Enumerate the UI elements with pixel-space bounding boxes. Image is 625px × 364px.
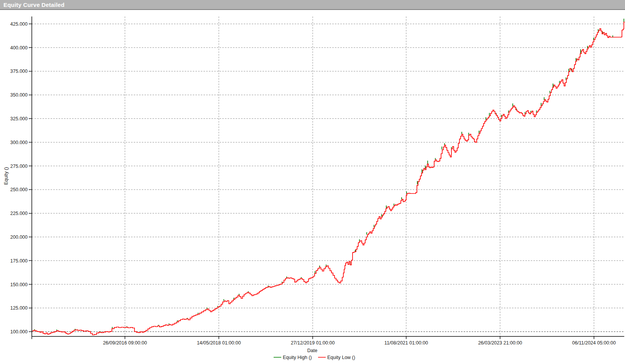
- y-axis-title: Equity (): [3, 167, 9, 185]
- y-tick-label: 325.000: [10, 116, 28, 121]
- y-tick-label: 275.000: [10, 164, 28, 169]
- x-tick-label: 26/09/2016 09:00:00: [103, 340, 147, 346]
- x-tick-label: 26/03/2023 21:00:00: [478, 340, 522, 346]
- x-tick-label: 11/08/2021 01:00:00: [384, 340, 428, 346]
- window-title: Equity Curve Detailed: [0, 0, 625, 10]
- plot-area[interactable]: [32, 16, 624, 336]
- legend: Equity High ()Equity Low (): [274, 355, 355, 360]
- y-tick-label: 375.000: [10, 69, 28, 74]
- x-tick-label: 14/05/2018 01:00:00: [197, 340, 241, 346]
- y-tick-label: 100.000: [10, 329, 28, 334]
- y-tick-label: 175.000: [10, 258, 28, 264]
- y-tick-label: 200.000: [10, 234, 28, 240]
- legend-label-equity-low: Equity Low (): [327, 355, 355, 360]
- legend-label-equity-high: Equity High (): [283, 355, 312, 360]
- y-tick-label: 250.000: [10, 187, 28, 192]
- chart-canvas[interactable]: 425.000400.000375.000350.000325.000300.0…: [0, 10, 625, 364]
- y-tick-label: 125.000: [10, 305, 28, 311]
- equity-chart: 425.000400.000375.000350.000325.000300.0…: [0, 10, 625, 364]
- y-tick-label: 150.000: [10, 282, 28, 287]
- x-tick-label: 27/12/2019 01:00:00: [291, 340, 335, 346]
- x-tick-label: 06/11/2024 05:00:00: [572, 340, 616, 346]
- x-tick-labels: 26/09/2016 09:00:0014/05/2018 01:00:0027…: [103, 340, 616, 346]
- y-tick-label: 225.000: [10, 211, 28, 216]
- y-tick-label: 350.000: [10, 92, 28, 98]
- x-axis-title: Date: [307, 348, 317, 353]
- window-titlebar[interactable]: Equity Curve Detailed: [0, 0, 625, 10]
- y-tick-label: 400.000: [10, 45, 28, 51]
- y-tick-labels: 425.000400.000375.000350.000325.000300.0…: [10, 21, 28, 334]
- y-tick-label: 300.000: [10, 140, 28, 145]
- y-tick-label: 425.000: [10, 21, 28, 27]
